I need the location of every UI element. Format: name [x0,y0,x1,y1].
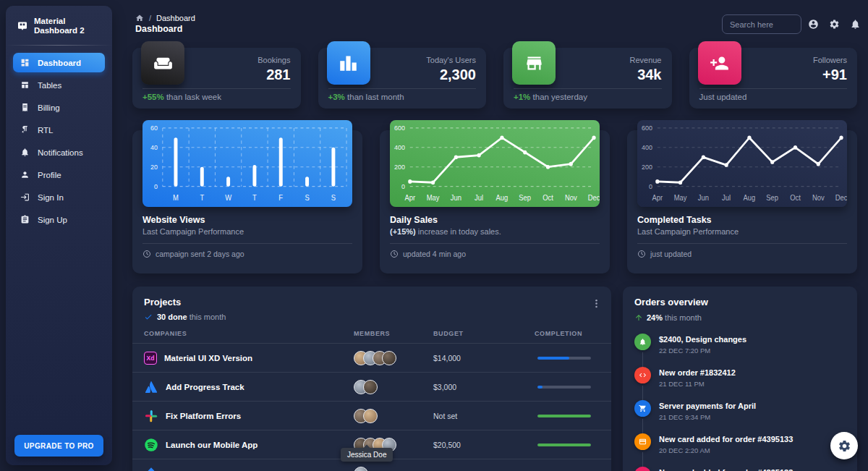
atlassian-logo [144,380,158,394]
project-row[interactable]: XdMaterial UI XD Version$14,000 [132,344,611,373]
tables-icon [20,80,30,90]
svg-text:Dec: Dec [835,194,847,203]
timeline-item: Server payments for April21 DEC 9:34 PM [634,400,846,433]
stat-delta: +1% [514,93,530,101]
sidebar-item-notifications[interactable]: Notifications [13,143,105,162]
chart-svg: 0200400600AprMayJunJulAugSepOctNovDec [637,120,847,207]
svg-text:F: F [278,194,283,203]
sidebar-item-sign-in[interactable]: Sign In [13,187,105,207]
bell-icon[interactable] [850,19,861,30]
svg-text:Oct: Oct [790,194,801,203]
svg-text:600: 600 [642,124,652,132]
project-name: Material UI XD Version [164,354,252,362]
svg-text:Jun: Jun [451,194,461,203]
upgrade-to-pro-button[interactable]: UPGRADE TO PRO [14,435,103,457]
avatar[interactable] [363,409,378,423]
svg-text:600: 600 [394,124,405,132]
divider [514,88,662,89]
timeline-title: $2400, Design changes [659,334,846,344]
svg-text:Jun: Jun [698,194,709,203]
chart-footer: updated 4 min ago [390,250,600,258]
chart-subtitle: Last Campaign Performance [637,227,847,236]
settings-fab[interactable] [830,432,858,459]
profile-icon [20,170,30,179]
stat-value: +91 [813,67,847,83]
home-icon[interactable] [135,14,144,22]
navbar-icons [808,19,861,30]
sidebar-item-label: RTL [38,126,54,135]
sidebar: Material Dashboard 2 DashboardTablesBill… [6,6,112,465]
chart-title: Daily Sales [390,215,600,225]
progress-bar [537,444,591,446]
project-row[interactable]: Fix Platform ErrorsNot set [132,402,611,430]
svg-text:May: May [427,194,440,203]
divider [142,88,291,89]
divider [328,88,477,89]
project-budget: $14,000 [423,354,524,362]
svg-text:Jul: Jul [475,194,483,203]
sidebar-item-sign-up[interactable]: Sign Up [13,210,105,229]
sidebar-item-label: Sign In [38,193,64,202]
chart-subtitle: (+15%) increase in today sales. [390,227,600,236]
svg-text:Sep: Sep [519,194,531,203]
stat-label: Revenue [629,56,661,64]
tooltip: Jessica Doe [341,448,393,462]
account-icon[interactable] [808,19,819,30]
sidebar-item-billing[interactable]: Billing [13,98,105,117]
stat-card-revenue: Revenue34k+1% than yesterday [503,48,672,109]
sidebar-item-tables[interactable]: Tables [13,75,105,95]
stat-label: Today's Users [426,56,476,64]
svg-text:M: M [173,194,179,203]
svg-text:Oct: Oct [542,194,553,203]
svg-text:400: 400 [642,144,652,151]
sidebar-item-label: Sign Up [38,216,67,224]
sidebar-item-profile[interactable]: Profile [13,165,105,184]
project-row[interactable]: Add Progress Track$3,000 [132,373,611,402]
clock-icon [390,250,399,258]
projects-title: Projects [144,297,600,307]
stat-footer: +3% than last month [328,93,404,101]
avatar[interactable] [363,380,378,394]
sidebar-item-dashboard[interactable]: Dashboard [13,53,105,72]
arrow-up-icon [634,313,643,322]
timeline-item: New order #183241221 DEC 11 PM [634,367,846,400]
project-name: Launch our Mobile App [166,441,258,449]
code-icon [634,367,651,383]
chart-svg: 0200400600AprMayJunJulAugSepOctNovDec [390,120,600,207]
timeline-item: New card added for order #439513318 DEC … [634,467,846,471]
rtl-icon [20,125,30,135]
divider [390,243,600,244]
leaderboard-icon [327,41,370,85]
logo-icon [17,20,28,33]
jira-logo [144,467,158,471]
projects-card: Projects 30 done this month COMPANIESMEM… [132,287,611,471]
svg-text:Nov: Nov [812,194,825,203]
project-name: Add Progress Track [166,383,244,391]
avatar[interactable] [382,351,396,365]
search-input[interactable] [722,14,801,34]
stat-footer: +55% than lask week [142,93,221,101]
brand[interactable]: Material Dashboard 2 [6,6,112,45]
timeline-date: 22 DEC 7:20 PM [659,347,846,355]
chart-footer-text: updated 4 min ago [403,250,466,258]
chart-panel: 0200400600AprMayJunJulAugSepOctNovDec [390,120,600,207]
projects-table-header: COMPANIESMEMBERSBUDGETCOMPLETION [132,330,611,344]
orders-overview-card: Orders overview 24% this month $2400, De… [623,287,857,471]
svg-text:May: May [674,194,687,203]
svg-text:Apr: Apr [404,194,415,203]
sidebar-item-rtl[interactable]: RTL [13,120,105,140]
svg-text:Aug: Aug [744,194,756,203]
chart-footer: campaign sent 2 days ago [142,250,352,258]
project-members [344,380,423,394]
projects-header: Projects 30 done this month [132,287,611,321]
card-icon [634,433,651,450]
stat-value: 281 [258,67,290,83]
gear-icon[interactable] [829,19,840,30]
avatar[interactable] [354,467,368,471]
column-header: MEMBERS [344,330,423,337]
svg-text:400: 400 [394,144,405,151]
kebab-icon [591,298,602,309]
kebab-menu-icon[interactable] [588,295,604,311]
project-members [344,351,423,365]
svg-text:200: 200 [394,164,405,171]
